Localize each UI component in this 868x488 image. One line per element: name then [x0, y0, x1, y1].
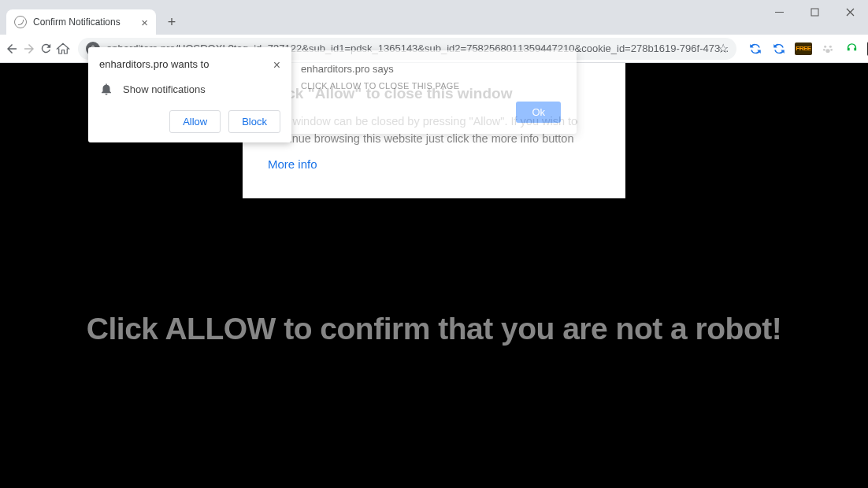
svg-point-5 — [830, 49, 833, 51]
tab-title: Confirm Notifications — [33, 17, 121, 28]
js-alert-message: CLICK ALLOW TO CLOSE THIS PAGE — [301, 81, 561, 91]
svg-point-2 — [824, 45, 826, 47]
svg-rect-0 — [775, 12, 784, 13]
permission-text: Show notifications — [123, 83, 206, 95]
svg-point-6 — [825, 49, 829, 53]
globe-icon — [14, 16, 27, 28]
js-alert-dialog: enharditors.pro says CLICK ALLOW TO CLOS… — [285, 50, 577, 134]
extension-sync1-icon[interactable] — [747, 41, 763, 57]
window-maximize-button[interactable] — [797, 0, 833, 24]
tab-strip: Confirm Notifications × + — [0, 6, 868, 35]
window-controls — [762, 0, 868, 24]
window-minimize-button[interactable] — [762, 0, 797, 24]
svg-point-3 — [829, 45, 832, 47]
page-headline: Click ALLOW to confirm that you are not … — [0, 312, 868, 346]
nav-home-button[interactable] — [56, 38, 70, 60]
nav-reload-button[interactable] — [39, 38, 53, 60]
extension-sync2-icon[interactable] — [771, 41, 787, 57]
notification-permission-prompt: enharditors.pro wants to × Show notifica… — [88, 47, 291, 142]
browser-tab[interactable]: Confirm Notifications × — [6, 9, 156, 35]
js-alert-title: enharditors.pro says — [301, 63, 561, 75]
window-titlebar — [0, 0, 868, 6]
window-close-button[interactable] — [833, 0, 868, 24]
svg-point-4 — [823, 49, 825, 51]
bell-icon — [99, 82, 113, 96]
tab-close-icon[interactable]: × — [141, 16, 148, 29]
permission-block-button[interactable]: Block — [228, 110, 280, 133]
nav-forward-button[interactable] — [22, 38, 36, 60]
new-tab-button[interactable]: + — [161, 11, 183, 33]
bookmark-star-icon[interactable]: ☆ — [718, 41, 729, 56]
permission-allow-button[interactable]: Allow — [169, 110, 221, 133]
nav-back-button[interactable] — [5, 38, 19, 60]
more-info-link[interactable]: More info — [268, 157, 317, 171]
extension-paw-icon[interactable] — [820, 41, 836, 57]
extension-headphones-icon[interactable] — [844, 41, 859, 57]
js-alert-ok-button[interactable]: Ok — [516, 102, 561, 123]
permission-close-icon[interactable]: × — [273, 58, 280, 72]
permission-origin: enharditors.pro wants to — [99, 58, 209, 72]
svg-rect-1 — [811, 9, 818, 16]
extension-free-icon[interactable]: FREE — [795, 43, 812, 55]
extension-icons: FREE ★ — [744, 41, 868, 57]
